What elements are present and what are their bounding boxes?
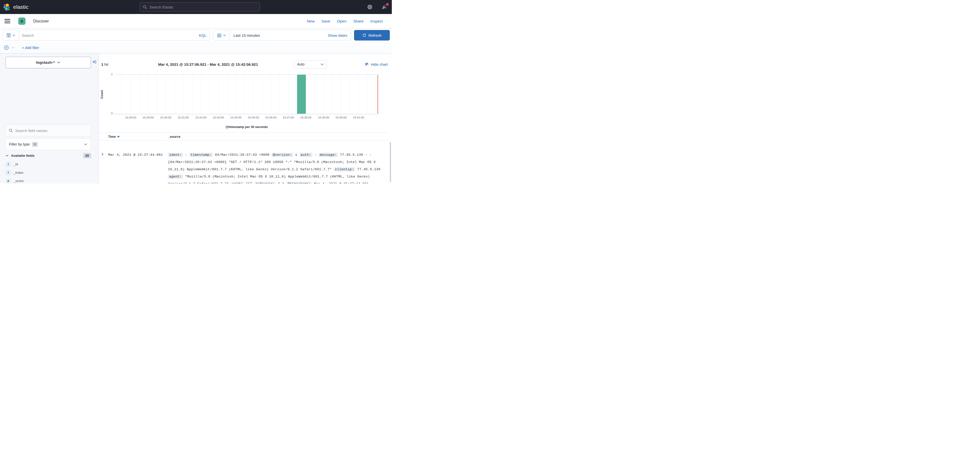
field-label-badge: clientip:	[334, 167, 355, 172]
x-axis-line	[113, 114, 379, 115]
new-button[interactable]: New	[307, 19, 315, 24]
chevron-down-icon	[57, 61, 60, 64]
x-axis-tick-labels: 15:28:00 15:29:00 15:30:00 15:31:00 15:3…	[115, 116, 378, 120]
newsfeed-button[interactable]	[382, 4, 387, 10]
results-header: 1 hit Mar 4, 2021 @ 15:27:06.921 - Mar 4…	[101, 60, 388, 69]
refresh-label: Refresh	[368, 33, 382, 38]
add-filter-button[interactable]: + Add filter	[22, 46, 39, 50]
available-fields-label: Available fields	[11, 154, 35, 158]
sort-desc-icon	[117, 136, 120, 138]
query-search-input[interactable]: Search	[19, 33, 199, 38]
filter-icon[interactable]	[4, 45, 9, 50]
page-title: Discover	[33, 19, 49, 24]
collapse-sidebar-button[interactable]	[92, 60, 97, 64]
chevron-down-icon	[12, 34, 16, 37]
histogram-bar[interactable]	[297, 75, 306, 114]
index-pattern-select[interactable]: logstash-*	[5, 57, 91, 68]
search-icon	[9, 129, 13, 133]
row-time-cell: Mar 4, 2021 @ 15:37:44.061	[108, 153, 163, 157]
y-tick-max: 1	[108, 73, 113, 76]
string-token-icon: t	[5, 170, 11, 175]
y-axis-label: Count	[100, 90, 104, 99]
field-search-input[interactable]: Search field names	[5, 125, 91, 136]
field-label-badge: @timestamp:	[286, 182, 312, 183]
search-icon	[143, 5, 147, 9]
collapse-left-icon	[92, 60, 97, 64]
field-label-badge: timestamp:	[189, 153, 213, 157]
field-item[interactable]: t _id	[5, 160, 91, 169]
field-label-badge: auth:	[299, 153, 312, 157]
chevron-down-icon	[223, 34, 226, 37]
save-button[interactable]: Save	[321, 19, 330, 24]
current-time-marker	[377, 75, 378, 114]
query-search-placeholder: Search	[22, 33, 34, 38]
query-bar: Search KQL Last 15 minutes Show dates	[0, 29, 392, 42]
saved-query-menu-button[interactable]	[3, 30, 19, 40]
table-body: Mar 4, 2021 @ 15:37:44.061 ident: - time…	[99, 140, 388, 183]
refresh-button[interactable]: Refresh	[354, 30, 390, 40]
interval-select[interactable]: Auto	[294, 60, 327, 69]
index-pattern-label: logstash-*	[36, 60, 55, 65]
elastic-brand[interactable]: elastic	[0, 3, 29, 11]
available-fields-header[interactable]: Available fields 20	[5, 153, 91, 158]
filter-by-type-select[interactable]: Filter by type 0	[5, 139, 91, 150]
field-item[interactable]: t _index	[5, 169, 91, 177]
table-header: Time _source	[99, 132, 388, 140]
discover-app-badge[interactable]: D	[18, 18, 25, 25]
column-header-time[interactable]: Time	[108, 133, 120, 141]
field-list: t _id t _index # _score t _type	[5, 160, 91, 183]
y-tick-min: 0	[108, 112, 113, 115]
calendar-icon	[217, 33, 221, 38]
global-header: elastic Search Elastic	[0, 0, 392, 14]
hide-chart-button[interactable]: Hide chart	[364, 62, 388, 67]
show-dates-button[interactable]: Show dates	[328, 33, 351, 38]
date-quick-menu-button[interactable]	[213, 30, 230, 40]
x-axis-label: @timestamp per 30 seconds	[115, 125, 378, 129]
elastic-logo-icon	[3, 3, 11, 11]
global-header-actions	[368, 0, 392, 14]
field-search-placeholder: Search field names	[15, 129, 47, 133]
save-floppy-icon	[6, 33, 11, 38]
help-button[interactable]	[368, 5, 372, 10]
field-item[interactable]: # _score	[5, 177, 91, 183]
number-token-icon: #	[5, 178, 11, 183]
open-button[interactable]: Open	[337, 19, 347, 24]
kql-toggle[interactable]: KQL	[199, 33, 210, 38]
share-button[interactable]: Share	[353, 19, 364, 24]
hit-count: 1 hit	[101, 62, 108, 67]
query-input-group: Search KQL	[3, 30, 210, 40]
field-label-badge: @version:	[272, 153, 293, 157]
inspect-button[interactable]: Inspect	[370, 19, 383, 24]
notification-dot	[386, 3, 389, 6]
expand-row-button[interactable]	[101, 153, 104, 156]
histogram-plot[interactable]	[115, 75, 378, 114]
row-source-cell: ident: - timestamp: 04/Mar/2021:20:37:43…	[168, 151, 381, 183]
filter-bar-dash	[11, 48, 15, 48]
eye-closed-icon	[364, 62, 369, 66]
chevron-right-icon	[101, 153, 104, 156]
global-search-placeholder: Search Elastic	[150, 5, 173, 9]
global-search-input[interactable]: Search Elastic	[140, 2, 260, 12]
vertical-scrollbar[interactable]	[390, 142, 391, 182]
top-nav: New Save Open Share Inspect	[307, 19, 383, 24]
filter-by-type-count-badge: 0	[32, 142, 38, 147]
time-range-value[interactable]: Last 15 minutes	[230, 33, 260, 38]
field-label-badge: message:	[318, 153, 338, 157]
column-header-source: _source	[168, 133, 180, 141]
chevron-down-icon	[5, 154, 9, 157]
help-lifering-icon	[368, 5, 372, 10]
chevron-down-icon	[320, 62, 324, 66]
time-range-display: Mar 4, 2021 @ 15:27:06.921 - Mar 4, 2021…	[158, 62, 258, 67]
field-label-badge: verb:	[231, 182, 244, 183]
fields-sidebar: logstash-* Search field names	[0, 54, 99, 183]
documents-table: Time _source Mar 4, 2021 @ 15:37:44.061 …	[99, 132, 388, 183]
header-divider	[14, 14, 15, 29]
content-area: logstash-* Search field names	[0, 54, 392, 183]
field-label-badge: ident:	[168, 153, 183, 157]
date-picker-group: Last 15 minutes Show dates	[213, 30, 351, 40]
chevron-down-icon	[84, 142, 88, 146]
filter-bar: + Add filter	[0, 42, 392, 54]
menu-hamburger-icon[interactable]	[5, 19, 10, 23]
field-label-badge: agent:	[168, 174, 183, 179]
filter-by-type-label: Filter by type	[9, 142, 30, 146]
